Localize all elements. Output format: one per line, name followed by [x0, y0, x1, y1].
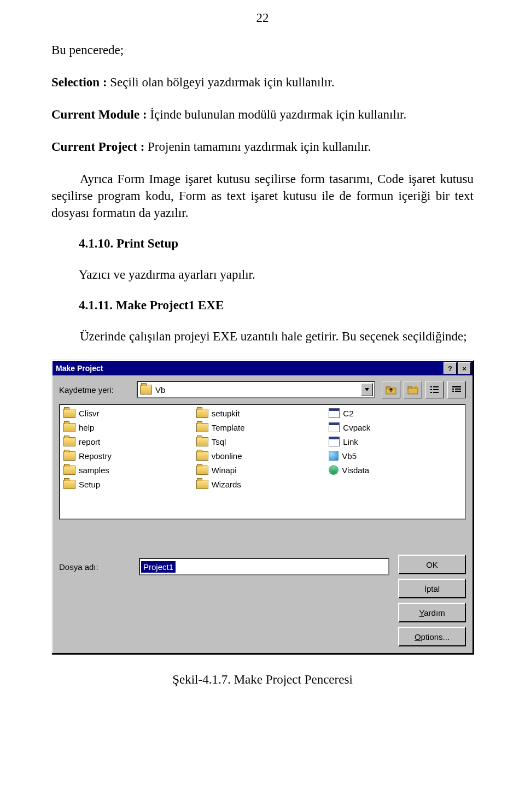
help-titlebar-button[interactable]: ? — [444, 362, 457, 374]
text-current-module: İçinde bulunulan modülü yazdırmak için k… — [147, 108, 407, 121]
exe-icon — [329, 408, 340, 418]
svg-rect-12 — [433, 389, 439, 390]
svg-rect-4 — [408, 386, 412, 388]
label-selection: Selection : — [51, 75, 107, 89]
file-item[interactable]: Wizards — [196, 478, 329, 490]
help-button[interactable]: Yardım — [398, 603, 466, 622]
svg-marker-0 — [365, 388, 369, 391]
save-in-combobox[interactable]: Vb — [137, 381, 375, 398]
file-item-label: Link — [343, 437, 358, 446]
svg-rect-2 — [386, 386, 390, 388]
ok-button[interactable]: OK — [398, 555, 466, 574]
file-item-label: Template — [212, 423, 245, 432]
paragraph-selection: Selection : Seçili olan bölgeyi yazdırma… — [51, 74, 474, 91]
details-view-button[interactable] — [447, 381, 466, 398]
label-current-module: Current Module : — [51, 108, 147, 121]
folder-icon — [196, 437, 208, 446]
folder-icon — [196, 409, 208, 418]
combo-dropdown-button[interactable] — [361, 383, 373, 396]
file-item[interactable]: Clisvr — [63, 407, 196, 419]
file-item[interactable]: Template — [196, 421, 329, 433]
file-item-label: report — [79, 437, 100, 446]
vb-icon — [329, 451, 339, 461]
paragraph-current-module: Current Module : İçinde bulunulan modülü… — [51, 106, 474, 123]
paragraph-current-project: Current Project : Projenin tamamını yazd… — [51, 138, 474, 155]
file-item[interactable]: Visdata — [329, 464, 462, 476]
save-in-label: Kaydetme yeri: — [59, 385, 130, 395]
file-item[interactable]: C2 — [329, 407, 462, 419]
folder-icon — [63, 423, 75, 432]
save-in-value: Vb — [155, 385, 165, 395]
close-titlebar-button[interactable]: × — [458, 362, 471, 374]
paragraph-print-setup-desc: Yazıcı ve yazdırma ayarları yapılır. — [51, 266, 474, 283]
file-item[interactable]: Tsql — [196, 436, 329, 448]
text-current-project: Projenin tamamını yazdırmak için kullanı… — [144, 140, 371, 154]
paragraph-intro: Bu pencerede; — [51, 42, 474, 58]
svg-rect-15 — [452, 386, 461, 387]
exe-icon — [329, 422, 340, 432]
file-item-label: samples — [79, 466, 109, 475]
file-item[interactable]: Cvpack — [329, 421, 462, 433]
file-name-label: Dosya adı: — [59, 562, 130, 572]
folder-icon — [196, 480, 208, 489]
svg-rect-14 — [433, 392, 439, 393]
file-item[interactable]: samples — [63, 464, 196, 476]
file-item-label: help — [79, 423, 94, 432]
exe-icon — [329, 437, 340, 446]
heading-make-project-exe: 4.1.11. Make Project1 EXE — [51, 298, 474, 313]
file-item-label: Wizards — [212, 480, 241, 489]
details-icon — [451, 385, 462, 395]
folder-icon — [196, 423, 208, 432]
file-list[interactable]: ClisvrhelpreportRepostrysamplesSetupsetu… — [59, 404, 466, 520]
new-folder-button[interactable] — [404, 381, 422, 398]
dialog-title: Make Project — [56, 364, 444, 373]
file-item[interactable]: Winapi — [196, 464, 329, 476]
vis-icon — [329, 465, 339, 475]
svg-rect-17 — [455, 389, 461, 390]
svg-rect-10 — [433, 386, 439, 387]
figure-caption: Şekil-4.1.7. Make Project Penceresi — [51, 673, 474, 687]
file-item-label: Visdata — [342, 466, 369, 475]
svg-rect-9 — [430, 386, 432, 387]
file-name-value: Project1 — [141, 561, 176, 573]
folder-icon — [196, 451, 208, 461]
file-item-label: Vb5 — [342, 451, 357, 461]
file-item[interactable]: Vb5 — [329, 450, 462, 462]
file-item-label: Setup — [79, 480, 100, 489]
file-item[interactable]: Link — [329, 436, 462, 448]
file-item-label: Tsql — [212, 437, 226, 446]
folder-icon — [196, 466, 208, 475]
dialog-titlebar[interactable]: Make Project ? × — [52, 361, 472, 375]
folder-icon — [63, 480, 75, 489]
folder-up-icon — [386, 385, 396, 395]
file-item-label: setupkit — [212, 409, 240, 418]
up-one-level-button[interactable] — [382, 381, 400, 398]
file-item-label: Cvpack — [343, 423, 370, 432]
cancel-button[interactable]: İptal — [398, 579, 466, 598]
folder-icon — [63, 451, 75, 461]
list-view-button[interactable] — [425, 381, 444, 398]
options-button[interactable]: Options... — [398, 627, 466, 646]
page-number: 22 — [51, 11, 474, 25]
file-item[interactable]: Repostry — [63, 450, 196, 462]
file-name-input[interactable]: Project1 — [139, 558, 389, 575]
folder-icon — [63, 466, 75, 475]
svg-rect-18 — [452, 391, 454, 392]
file-item-label: Clisvr — [79, 409, 100, 418]
file-item-label: vbonline — [212, 451, 242, 461]
svg-rect-16 — [452, 389, 454, 390]
folder-new-icon — [407, 385, 418, 395]
chevron-down-icon — [365, 388, 369, 391]
label-current-project: Current Project : — [51, 140, 144, 154]
svg-rect-13 — [430, 392, 432, 393]
heading-print-setup: 4.1.10. Print Setup — [51, 237, 474, 251]
svg-rect-11 — [430, 389, 432, 390]
file-item[interactable]: help — [63, 421, 196, 433]
svg-rect-3 — [408, 388, 418, 394]
file-item[interactable]: Setup — [63, 478, 196, 490]
file-item-label: C2 — [343, 409, 353, 418]
file-item-label: Repostry — [79, 451, 112, 461]
file-item[interactable]: setupkit — [196, 407, 329, 419]
file-item[interactable]: vbonline — [196, 450, 329, 462]
file-item[interactable]: report — [63, 436, 196, 448]
